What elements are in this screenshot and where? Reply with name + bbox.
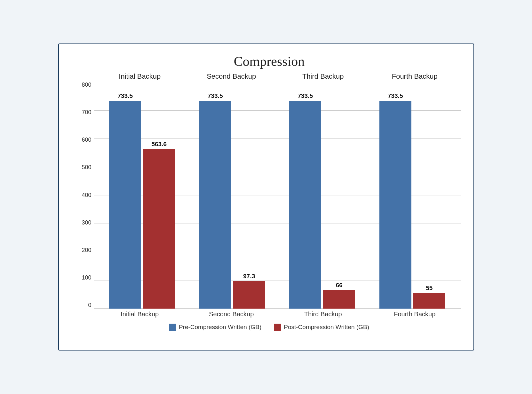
blue-bar-label: 733.5 [117,92,133,99]
legend-blue-swatch [169,324,176,331]
red-bar-wrapper: 563.6 [143,141,175,309]
red-bar-label: 563.6 [151,141,167,148]
blue-bar [109,101,141,309]
x-axis-label: Second Backup [186,311,277,318]
chart-title: Compression [78,54,461,69]
y-tick: 800 [82,82,91,88]
top-labels: Initial BackupSecond BackupThird BackupF… [94,72,461,81]
red-bar [143,149,175,309]
legend-blue: Pre-Compression Written (GB) [169,324,261,331]
bars-row: 733.5563.6733.597.3733.566733.555 [94,82,461,309]
blue-bar-wrapper: 733.5 [199,92,231,309]
chart-area: Initial BackupSecond BackupThird BackupF… [78,72,461,318]
red-bar-label: 66 [336,282,343,289]
bar-group: 733.597.3 [187,92,277,309]
top-label: Second Backup [186,72,277,81]
blue-bar-label: 733.5 [298,92,313,99]
x-axis-label: Third Backup [277,311,369,318]
y-tick: 700 [82,109,91,115]
top-label: Fourth Backup [369,72,461,81]
y-tick: 500 [82,164,91,170]
legend: Pre-Compression Written (GB) Post-Compre… [78,324,461,331]
y-axis: 0100200300400500600700800 [78,82,94,309]
blue-bar-wrapper: 733.5 [379,92,411,309]
bars-grid: 733.5563.6733.597.3733.566733.555 [94,82,461,309]
blue-bar-wrapper: 733.5 [109,92,141,309]
blue-bar-wrapper: 733.5 [289,92,321,309]
x-axis-label: Fourth Backup [369,311,461,318]
bar-group: 733.566 [277,92,368,309]
red-bar-wrapper: 66 [323,282,355,309]
bar-group: 733.555 [367,92,457,309]
y-tick: 300 [82,220,91,225]
red-bar [413,293,445,309]
bar-group: 733.5563.6 [97,92,187,309]
chart-container: Compression Initial BackupSecond BackupT… [58,43,474,351]
blue-bar [199,101,231,309]
blue-bar-label: 733.5 [388,92,403,99]
y-tick: 600 [82,137,91,143]
x-axis-label: Initial Backup [94,311,186,318]
red-bar-label: 97.3 [243,273,255,280]
grid-and-bars: 0100200300400500600700800 733.5563.6733.… [78,82,461,309]
top-label: Third Backup [277,72,369,81]
red-bar [323,290,355,309]
top-label: Initial Backup [94,72,186,81]
blue-bar [289,101,321,309]
red-bar-wrapper: 97.3 [233,273,265,309]
red-bar-wrapper: 55 [413,285,445,309]
blue-bar [379,101,411,309]
y-tick: 400 [82,192,91,198]
legend-red-swatch [274,324,281,331]
red-bar-label: 55 [426,285,433,292]
red-bar [233,281,265,309]
y-tick: 100 [82,275,91,280]
blue-bar-label: 733.5 [208,92,223,99]
legend-blue-label: Pre-Compression Written (GB) [179,324,261,331]
y-tick: 0 [88,302,91,308]
legend-red: Post-Compression Written (GB) [274,324,369,331]
y-tick: 200 [82,247,91,253]
x-axis-labels: Initial BackupSecond BackupThird BackupF… [94,311,461,318]
legend-red-label: Post-Compression Written (GB) [284,324,369,331]
